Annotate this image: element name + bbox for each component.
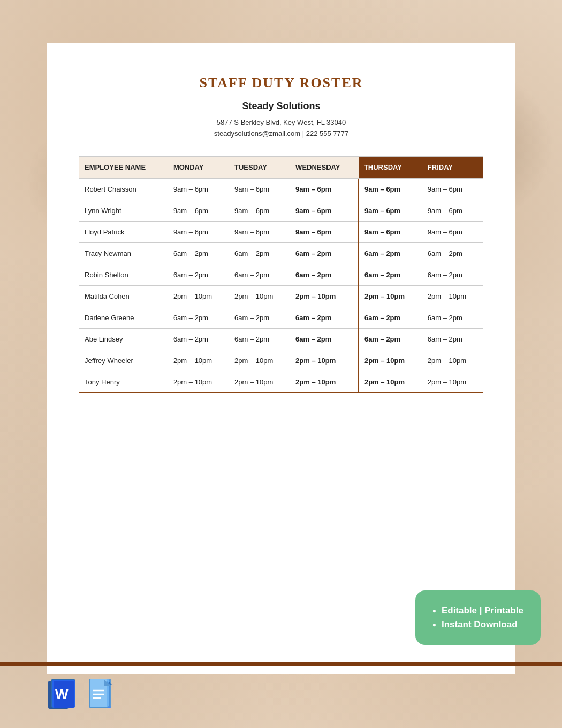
cell-5-3: 2pm – 10pm [290, 285, 359, 307]
cell-4-2: 6am – 2pm [229, 264, 290, 285]
table-row: Robin Shelton6am – 2pm6am – 2pm6am – 2pm… [79, 264, 483, 285]
cell-6-4: 6am – 2pm [359, 307, 422, 328]
cell-8-0: Jeffrey Wheeler [79, 350, 168, 371]
cell-9-0: Tony Henry [79, 371, 168, 393]
cell-1-3: 9am – 6pm [290, 200, 359, 221]
cell-6-1: 6am – 2pm [168, 307, 229, 328]
table-row: Darlene Greene6am – 2pm6am – 2pm6am – 2p… [79, 307, 483, 328]
col-header-tuesday: TUESDAY [229, 156, 290, 178]
cell-3-2: 6am – 2pm [229, 242, 290, 264]
cell-7-0: Abe Lindsey [79, 328, 168, 350]
cell-9-3: 2pm – 10pm [290, 371, 359, 393]
cell-4-5: 6am – 2pm [422, 264, 483, 285]
cell-2-0: Lloyd Patrick [79, 221, 168, 242]
document-title: STAFF DUTY ROSTER [79, 75, 483, 91]
cell-0-5: 9am – 6pm [422, 178, 483, 200]
cell-8-1: 2pm – 10pm [168, 350, 229, 371]
table-row: Lloyd Patrick9am – 6pm9am – 6pm9am – 6pm… [79, 221, 483, 242]
cell-6-0: Darlene Greene [79, 307, 168, 328]
cell-8-5: 2pm – 10pm [422, 350, 483, 371]
cell-2-3: 9am – 6pm [290, 221, 359, 242]
col-header-monday: MONDAY [168, 156, 229, 178]
footer-bar [0, 662, 562, 666]
cell-2-1: 9am – 6pm [168, 221, 229, 242]
cell-5-1: 2pm – 10pm [168, 285, 229, 307]
cell-0-4: 9am – 6pm [359, 178, 422, 200]
cell-3-4: 6am – 2pm [359, 242, 422, 264]
cell-1-5: 9am – 6pm [422, 200, 483, 221]
features-badge: Editable | Printable Instant Download [415, 590, 541, 645]
cell-1-4: 9am – 6pm [359, 200, 422, 221]
word-icon: W [47, 679, 78, 712]
footer-icons: W [47, 679, 117, 712]
cell-2-4: 9am – 6pm [359, 221, 422, 242]
badge-item-download: Instant Download [432, 619, 523, 630]
company-name: Steady Solutions [79, 101, 483, 112]
cell-6-3: 6am – 2pm [290, 307, 359, 328]
cell-9-2: 2pm – 10pm [229, 371, 290, 393]
cell-8-3: 2pm – 10pm [290, 350, 359, 371]
cell-0-3: 9am – 6pm [290, 178, 359, 200]
cell-2-2: 9am – 6pm [229, 221, 290, 242]
cell-7-1: 6am – 2pm [168, 328, 229, 350]
svg-text:W: W [55, 686, 69, 702]
table-row: Jeffrey Wheeler2pm – 10pm2pm – 10pm2pm –… [79, 350, 483, 371]
document-page: STAFF DUTY ROSTER Steady Solutions 5877 … [47, 43, 515, 674]
cell-7-4: 6am – 2pm [359, 328, 422, 350]
cell-8-2: 2pm – 10pm [229, 350, 290, 371]
cell-3-0: Tracy Newman [79, 242, 168, 264]
address-line2: steadysolutions@zmail.com | 222 555 7777 [79, 128, 483, 140]
cell-0-1: 9am – 6pm [168, 178, 229, 200]
col-header-name: EMPLOYEE NAME [79, 156, 168, 178]
cell-7-2: 6am – 2pm [229, 328, 290, 350]
cell-4-1: 6am – 2pm [168, 264, 229, 285]
cell-5-0: Matilda Cohen [79, 285, 168, 307]
table-row: Lynn Wright9am – 6pm9am – 6pm9am – 6pm9a… [79, 200, 483, 221]
table-row: Tracy Newman6am – 2pm6am – 2pm6am – 2pm6… [79, 242, 483, 264]
roster-table: EMPLOYEE NAME MONDAY TUESDAY WEDNESDAY T… [79, 156, 483, 393]
cell-6-5: 6am – 2pm [422, 307, 483, 328]
cell-3-3: 6am – 2pm [290, 242, 359, 264]
company-address: 5877 S Berkley Blvd, Key West, FL 33040 … [79, 117, 483, 140]
col-header-friday: FRIDAY [422, 156, 483, 178]
cell-3-5: 6am – 2pm [422, 242, 483, 264]
table-row: Tony Henry2pm – 10pm2pm – 10pm2pm – 10pm… [79, 371, 483, 393]
cell-4-4: 6am – 2pm [359, 264, 422, 285]
table-row: Robert Chaisson9am – 6pm9am – 6pm9am – 6… [79, 178, 483, 200]
cell-1-2: 9am – 6pm [229, 200, 290, 221]
cell-8-4: 2pm – 10pm [359, 350, 422, 371]
address-line1: 5877 S Berkley Blvd, Key West, FL 33040 [79, 117, 483, 128]
cell-3-1: 6am – 2pm [168, 242, 229, 264]
col-header-thursday: THURSDAY [359, 156, 422, 178]
cell-0-2: 9am – 6pm [229, 178, 290, 200]
cell-4-0: Robin Shelton [79, 264, 168, 285]
cell-5-4: 2pm – 10pm [359, 285, 422, 307]
table-row: Matilda Cohen2pm – 10pm2pm – 10pm2pm – 1… [79, 285, 483, 307]
table-row: Abe Lindsey6am – 2pm6am – 2pm6am – 2pm6a… [79, 328, 483, 350]
cell-5-2: 2pm – 10pm [229, 285, 290, 307]
cell-1-1: 9am – 6pm [168, 200, 229, 221]
badge-item-editable: Editable | Printable [432, 605, 523, 616]
cell-9-4: 2pm – 10pm [359, 371, 422, 393]
cell-5-5: 2pm – 10pm [422, 285, 483, 307]
cell-4-3: 6am – 2pm [290, 264, 359, 285]
cell-9-1: 2pm – 10pm [168, 371, 229, 393]
cell-7-5: 6am – 2pm [422, 328, 483, 350]
cell-2-5: 9am – 6pm [422, 221, 483, 242]
col-header-wednesday: WEDNESDAY [290, 156, 359, 178]
cell-1-0: Lynn Wright [79, 200, 168, 221]
gdocs-icon [89, 679, 117, 712]
cell-9-5: 2pm – 10pm [422, 371, 483, 393]
cell-6-2: 6am – 2pm [229, 307, 290, 328]
cell-7-3: 6am – 2pm [290, 328, 359, 350]
cell-0-0: Robert Chaisson [79, 178, 168, 200]
